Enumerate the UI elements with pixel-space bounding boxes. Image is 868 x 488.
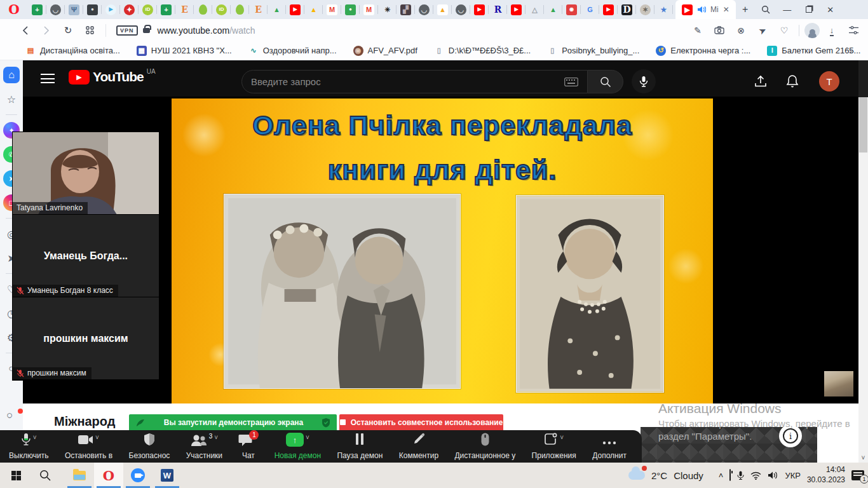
new-share-button[interactable]: ↑ ˅ Новая демон [275, 433, 321, 463]
page-scrollbar[interactable]: ˅ [858, 60, 868, 463]
browser-tab[interactable]: ▶ [599, 0, 618, 19]
bookmark-item[interactable]: ∿ Оздоровчий напр... [248, 46, 337, 56]
window-minimize-button[interactable]: — [776, 5, 798, 15]
browser-tab[interactable]: G [581, 0, 599, 19]
snapshot-camera-icon[interactable] [710, 26, 729, 34]
mute-button[interactable]: ˅ Выключить [9, 433, 48, 463]
url-field[interactable]: www.youtube.com/watch [158, 25, 255, 36]
opera-taskbar-icon[interactable]: O [94, 463, 123, 488]
downloads-icon[interactable]: ↓ [822, 25, 841, 36]
annotate-button[interactable]: Комментир [399, 433, 438, 463]
pause-share-button[interactable]: Пауза демон [337, 433, 383, 463]
clock[interactable]: 14:04 30.03.2023 [807, 465, 845, 485]
browser-tab[interactable]: ▶ [286, 0, 304, 19]
browser-tab[interactable]: ▶ [102, 0, 120, 19]
browser-tab[interactable]: Ψ [65, 0, 83, 19]
power-battery-icon[interactable] [729, 470, 731, 481]
remote-control-button[interactable]: Дистанционное у [454, 433, 515, 463]
browser-tab[interactable]: + [157, 0, 175, 19]
browser-tab[interactable]: ✶ [636, 0, 654, 19]
bookmark-item[interactable]: ▦ НУШ 2021 КВНЗ "Х... [137, 46, 232, 56]
home-icon[interactable]: ⌂ [3, 67, 20, 83]
reload-icon[interactable]: ↻ [57, 25, 79, 36]
browser-tab[interactable]: ● [83, 0, 102, 19]
browser-tab[interactable]: D [618, 0, 636, 19]
stop-share-button[interactable]: Остановить совместное использование [339, 414, 503, 430]
close-tab-icon[interactable]: ✕ [723, 5, 729, 14]
browser-tab[interactable]: ◉ [562, 0, 581, 19]
notifications-bell-icon[interactable] [784, 73, 801, 90]
account-avatar[interactable]: T [819, 71, 839, 92]
tab-search-icon[interactable] [755, 5, 776, 14]
weather-desc[interactable]: Cloudy [674, 470, 703, 481]
keyboard-icon[interactable] [564, 78, 578, 86]
back-icon[interactable] [14, 26, 36, 35]
bookmarks-star-icon[interactable]: ☆ [3, 91, 20, 107]
browser-tab[interactable]: E [175, 0, 194, 19]
word-taskbar-icon[interactable]: W [153, 463, 182, 488]
browser-tab[interactable]: ● [341, 0, 360, 19]
speed-dial-grid-icon[interactable] [79, 26, 100, 34]
youtube-logo[interactable]: ▶ YouTube UA [69, 69, 156, 85]
taskbar-search-icon[interactable] [31, 463, 60, 488]
participants-button[interactable]: 3 ˅ Участники [186, 433, 222, 463]
browser-tab[interactable]: ◡ [415, 0, 433, 19]
chevron-down-icon[interactable]: ˅ [33, 434, 37, 441]
tray-chevron-up-icon[interactable]: ˄ [719, 471, 724, 480]
bookmark-item[interactable]: I Балетки Gem 2165... [767, 46, 860, 56]
browser-tab[interactable]: ▲ [433, 0, 452, 19]
browser-tab[interactable]: + [28, 0, 46, 19]
search-button[interactable] [588, 70, 623, 93]
security-button[interactable]: Безопаснос [129, 433, 170, 463]
bookmark-item[interactable]: ▤ Дистанційна освіта... [25, 46, 120, 56]
voice-search-button[interactable] [632, 69, 656, 93]
browser-tab[interactable]: ▶ [470, 0, 489, 19]
language-indicator[interactable]: УКР [785, 471, 801, 480]
browser-tab[interactable]: ▲ [268, 0, 286, 19]
browser-tab[interactable]: ▲ [544, 0, 562, 19]
vpn-badge[interactable]: VPN [116, 25, 138, 36]
chevron-down-icon[interactable]: ˅ [95, 434, 99, 441]
stop-video-button[interactable]: ˅ Остановить в [65, 433, 112, 463]
video-endscreen-thumbnail[interactable] [824, 371, 853, 396]
scrollbar-down-arrow[interactable]: ˅ [858, 454, 868, 461]
bookmarks-overflow-chevron[interactable]: » [849, 46, 854, 56]
adblock-icon[interactable]: ⊗ [731, 25, 750, 36]
weather-cloud-icon[interactable] [628, 471, 645, 480]
apps-button[interactable]: ˅ Приложения [532, 433, 576, 463]
action-center-icon[interactable]: 1 [851, 470, 864, 480]
start-button[interactable] [1, 463, 31, 488]
lightbulb-icon[interactable]: ○ [6, 409, 22, 426]
favorite-heart-icon[interactable]: ♡ [775, 25, 794, 36]
browser-tab[interactable]: M [360, 0, 378, 19]
browser-tab[interactable]: M [323, 0, 341, 19]
window-close-button[interactable]: ✕ [820, 5, 841, 15]
tray-microphone-icon[interactable] [737, 471, 744, 480]
file-explorer-taskbar-icon[interactable] [65, 463, 94, 488]
active-tab[interactable]: ▶ Mi ✕ [675, 0, 736, 19]
scrollbar-thumb[interactable] [859, 97, 867, 152]
lock-icon[interactable] [143, 28, 150, 33]
browser-tab[interactable] [231, 0, 249, 19]
browser-tab[interactable]: ▲ [304, 0, 323, 19]
browser-tab[interactable]: ▶ [507, 0, 526, 19]
new-tab-button[interactable]: + [736, 4, 755, 15]
hamburger-menu-icon[interactable] [41, 74, 55, 83]
chat-button[interactable]: 1 ˅ Чат [238, 433, 258, 463]
zoom-taskbar-icon[interactable] [123, 463, 153, 488]
more-button[interactable]: Дополнит [592, 433, 627, 463]
browser-tab[interactable]: ▞ [397, 0, 415, 19]
send-to-device-icon[interactable]: ➤ [752, 22, 773, 39]
bookmark-item[interactable]: ▯ D:\k\Đ™Đ£ĐŠ\3_Đ£... [434, 46, 531, 56]
bookmark-item[interactable]: ▯ Posibnyk_bullying_... [547, 46, 639, 56]
browser-tab[interactable]: iD [212, 0, 231, 19]
save-page-icon[interactable]: ✎ [688, 25, 707, 36]
upload-icon[interactable] [752, 73, 769, 90]
window-restore-button[interactable] [798, 5, 820, 15]
chevron-down-icon[interactable]: ˅ [214, 434, 218, 441]
forward-icon[interactable] [36, 26, 57, 35]
browser-tab[interactable]: E [249, 0, 268, 19]
bookmark-item[interactable]: ◉ AFV_AFV.pdf [353, 46, 417, 56]
wifi-icon[interactable] [750, 471, 761, 480]
chevron-down-icon[interactable]: ˅ [306, 434, 309, 441]
